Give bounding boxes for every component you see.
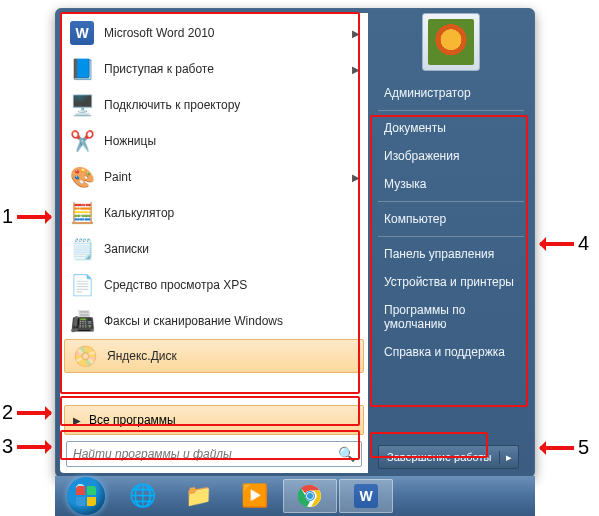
taskbar-chrome[interactable] (283, 479, 337, 513)
projector-icon: 🖥️ (68, 91, 96, 119)
xps-viewer-icon: 📄 (68, 271, 96, 299)
annotation-number: 2 (2, 401, 13, 424)
all-programs-label: Все программы (89, 413, 176, 427)
search-row: 🔍 (62, 437, 366, 471)
start-menu: W Microsoft Word 2010 ▶ 📘 Приступая к ра… (55, 8, 535, 478)
program-list: W Microsoft Word 2010 ▶ 📘 Приступая к ра… (62, 15, 366, 403)
windows-flag-icon (76, 486, 96, 506)
submenu-arrow-icon: ▶ (352, 28, 360, 39)
right-item-music[interactable]: Музыка (378, 170, 524, 198)
shutdown-row: Завершение работы ▸ (378, 439, 524, 469)
right-item-defaults[interactable]: Программы по умолчанию (378, 296, 524, 338)
program-item-xps-viewer[interactable]: 📄 Средство просмотра XPS (62, 267, 366, 303)
right-item-pictures[interactable]: Изображения (378, 142, 524, 170)
submenu-arrow-icon: ▶ (352, 64, 360, 75)
getting-started-icon: 📘 (68, 55, 96, 83)
annotation-arrow-1: 1 (2, 205, 51, 228)
program-label: Яндекс.Диск (107, 349, 357, 363)
program-label: Paint (104, 170, 348, 184)
program-label: Приступая к работе (104, 62, 348, 76)
right-item-devices[interactable]: Устройства и принтеры (378, 268, 524, 296)
program-label: Подключить к проектору (104, 98, 360, 112)
paint-icon: 🎨 (68, 163, 96, 191)
separator (378, 236, 524, 237)
separator (378, 110, 524, 111)
search-box[interactable]: 🔍 (66, 441, 362, 467)
program-label: Ножницы (104, 134, 360, 148)
annotation-number: 1 (2, 205, 13, 228)
program-label: Записки (104, 242, 360, 256)
shutdown-more-icon[interactable]: ▸ (499, 451, 518, 464)
shutdown-label: Завершение работы (379, 451, 499, 463)
taskbar-media-player[interactable]: ▶️ (227, 479, 281, 513)
all-programs-arrow-icon: ▶ (73, 415, 81, 426)
taskbar-explorer[interactable]: 📁 (171, 479, 225, 513)
avatar-flower-icon (428, 19, 474, 65)
program-label: Факсы и сканирование Windows (104, 314, 360, 328)
user-name-label[interactable]: Администратор (378, 79, 524, 107)
calculator-icon: 🧮 (68, 199, 96, 227)
start-menu-left-pane: W Microsoft Word 2010 ▶ 📘 Приступая к ра… (60, 13, 368, 473)
right-item-documents[interactable]: Документы (378, 114, 524, 142)
annotation-arrow-2: 2 (2, 401, 51, 424)
search-icon: 🔍 (338, 446, 355, 462)
taskbar: 🌐 📁 ▶️ W (55, 476, 535, 516)
svg-point-3 (307, 493, 313, 499)
program-label: Калькулятор (104, 206, 360, 220)
separator (378, 201, 524, 202)
folder-icon: 📁 (185, 483, 212, 509)
submenu-arrow-icon: ▶ (352, 172, 360, 183)
word-icon: W (68, 19, 96, 47)
program-item-yandex-disk[interactable]: 📀 Яндекс.Диск (64, 339, 364, 373)
search-input[interactable] (73, 447, 338, 461)
snip-icon: ✂️ (68, 127, 96, 155)
annotation-arrow-4: 4 (540, 232, 589, 255)
annotation-number: 5 (578, 436, 589, 459)
shutdown-button[interactable]: Завершение работы ▸ (378, 445, 519, 469)
ie-icon: 🌐 (129, 483, 156, 509)
annotation-arrow-5: 5 (540, 436, 589, 459)
program-label: Средство просмотра XPS (104, 278, 360, 292)
user-avatar[interactable] (422, 13, 480, 71)
program-item-word[interactable]: W Microsoft Word 2010 ▶ (62, 15, 366, 51)
media-player-icon: ▶️ (241, 483, 268, 509)
word-icon: W (354, 484, 378, 508)
right-item-control-panel[interactable]: Панель управления (378, 240, 524, 268)
avatar-wrap (378, 13, 524, 71)
program-item-sticky-notes[interactable]: 🗒️ Записки (62, 231, 366, 267)
annotation-number: 4 (578, 232, 589, 255)
sticky-notes-icon: 🗒️ (68, 235, 96, 263)
program-item-fax-scan[interactable]: 📠 Факсы и сканирование Windows (62, 303, 366, 339)
program-item-projector[interactable]: 🖥️ Подключить к проектору (62, 87, 366, 123)
start-menu-right-pane: Администратор Документы Изображения Музы… (368, 9, 534, 477)
right-item-computer[interactable]: Компьютер (378, 205, 524, 233)
annotation-number: 3 (2, 435, 13, 458)
right-item-help[interactable]: Справка и поддержка (378, 338, 524, 366)
start-orb-icon (67, 477, 105, 515)
yandex-disk-icon: 📀 (71, 342, 99, 370)
all-programs-button[interactable]: ▶ Все программы (64, 405, 364, 435)
start-button[interactable] (59, 479, 113, 513)
annotation-arrow-3: 3 (2, 435, 51, 458)
fax-scan-icon: 📠 (68, 307, 96, 335)
program-item-getting-started[interactable]: 📘 Приступая к работе ▶ (62, 51, 366, 87)
program-label: Microsoft Word 2010 (104, 26, 348, 40)
program-item-calculator[interactable]: 🧮 Калькулятор (62, 195, 366, 231)
taskbar-ie[interactable]: 🌐 (115, 479, 169, 513)
program-item-snip[interactable]: ✂️ Ножницы (62, 123, 366, 159)
taskbar-word[interactable]: W (339, 479, 393, 513)
program-item-paint[interactable]: 🎨 Paint ▶ (62, 159, 366, 195)
chrome-icon (298, 484, 322, 508)
